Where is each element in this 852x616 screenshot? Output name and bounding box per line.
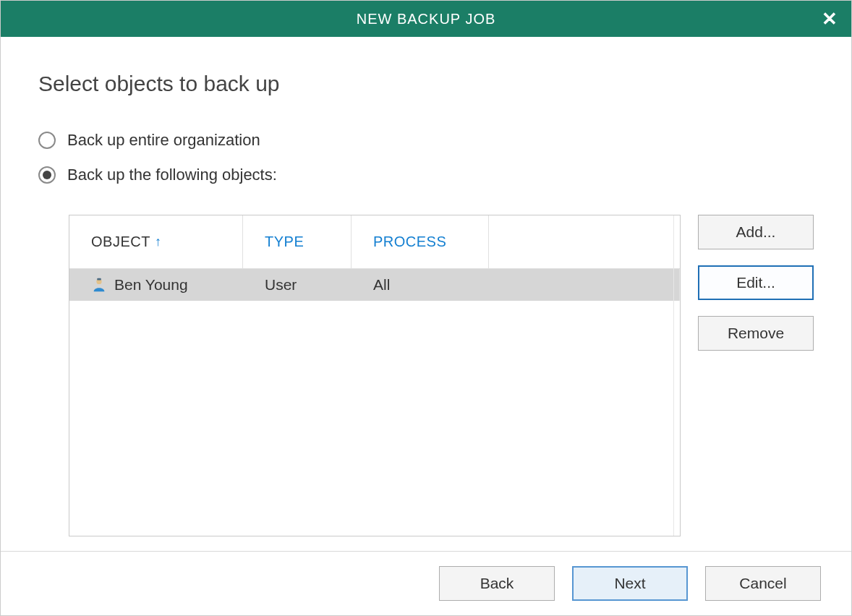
- radio-icon: [38, 132, 56, 149]
- user-icon: [91, 277, 107, 293]
- next-button[interactable]: Next: [572, 566, 688, 601]
- svg-rect-1: [97, 278, 101, 281]
- content-area: Select objects to back up Back up entire…: [1, 37, 851, 551]
- sort-ascending-icon: ↑: [155, 234, 162, 249]
- radio-selected-dot: [43, 171, 51, 179]
- back-button[interactable]: Back: [439, 566, 555, 601]
- titlebar: NEW BACKUP JOB ✕: [1, 1, 851, 37]
- cell-type: User: [243, 269, 352, 301]
- column-header-object[interactable]: OBJECT ↑: [69, 215, 243, 268]
- dialog: NEW BACKUP JOB ✕ Select objects to back …: [0, 0, 852, 616]
- table-row[interactable]: Ben Young User All: [69, 269, 680, 301]
- cell-object-text: Ben Young: [114, 276, 188, 294]
- column-header-process[interactable]: PROCESS: [352, 215, 489, 268]
- cell-object: Ben Young: [69, 269, 243, 301]
- table-empty-space: [69, 301, 680, 536]
- table-scrollbar-divider: [673, 215, 674, 536]
- table-header: OBJECT ↑ TYPE PROCESS: [69, 215, 680, 269]
- cell-empty: [489, 269, 680, 301]
- objects-area: OBJECT ↑ TYPE PROCESS: [69, 215, 814, 536]
- objects-table: OBJECT ↑ TYPE PROCESS: [69, 215, 681, 536]
- edit-button[interactable]: Edit...: [698, 265, 814, 300]
- close-icon[interactable]: ✕: [822, 9, 838, 28]
- dialog-title: NEW BACKUP JOB: [357, 11, 496, 27]
- footer: Back Next Cancel: [1, 551, 851, 615]
- add-button[interactable]: Add...: [698, 215, 814, 249]
- cancel-button[interactable]: Cancel: [705, 566, 821, 601]
- page-heading: Select objects to back up: [38, 72, 814, 96]
- radio-following-label: Back up the following objects:: [67, 166, 277, 184]
- radio-entire-org[interactable]: Back up entire organization: [38, 131, 814, 150]
- radio-group: Back up entire organization Back up the …: [38, 131, 814, 200]
- radio-entire-label: Back up entire organization: [67, 131, 260, 150]
- remove-button[interactable]: Remove: [698, 316, 814, 351]
- cell-process: All: [352, 269, 489, 301]
- radio-following-objects[interactable]: Back up the following objects:: [38, 166, 814, 184]
- radio-icon: [38, 166, 56, 184]
- side-buttons: Add... Edit... Remove: [698, 215, 814, 536]
- column-header-type[interactable]: TYPE: [243, 215, 352, 268]
